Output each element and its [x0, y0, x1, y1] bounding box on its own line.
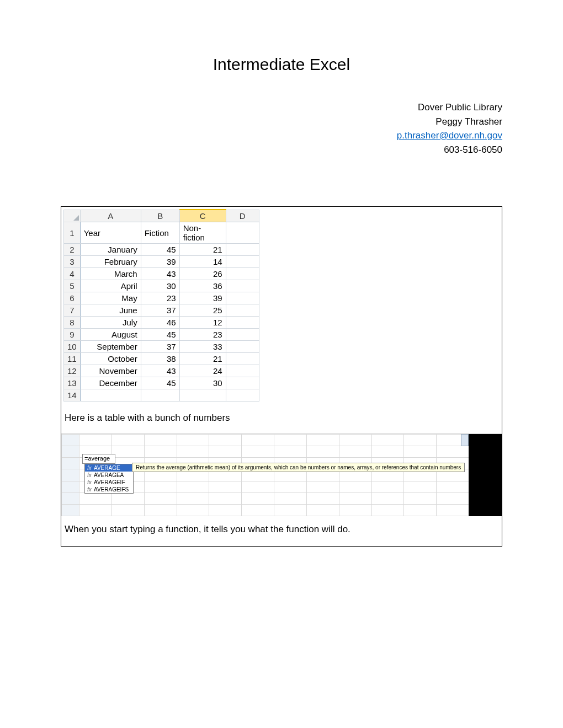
row-header[interactable]: 6	[64, 292, 81, 304]
formula-input[interactable]: =average	[82, 454, 115, 464]
cell[interactable]: March	[80, 268, 141, 280]
scrollbar-thumb[interactable]	[461, 434, 469, 446]
row-header[interactable]: 5	[64, 280, 81, 292]
cell[interactable]: 25	[179, 304, 226, 317]
cell[interactable]: 30	[141, 280, 179, 292]
cell[interactable]: November	[80, 365, 141, 377]
fx-icon: fx	[87, 472, 92, 478]
black-strip	[469, 434, 502, 516]
cell[interactable]	[226, 256, 259, 268]
cell[interactable]: 33	[179, 341, 226, 353]
cell[interactable]	[226, 389, 259, 402]
cell[interactable]	[226, 353, 259, 365]
cell[interactable]	[226, 222, 259, 244]
column-header-B[interactable]: B	[141, 210, 179, 222]
header-info: Dover Public Library Peggy Thrasher p.th…	[61, 100, 502, 157]
email-link[interactable]: p.thrasher@dover.nh.gov	[397, 130, 502, 141]
cell[interactable]: 45	[141, 244, 179, 256]
org-name: Dover Public Library	[61, 100, 502, 115]
cell[interactable]: Year	[80, 222, 141, 244]
cell[interactable]: 23	[179, 329, 226, 341]
formula-figure: =average fx AVERAGEfx AVERAGEAfx AVERAGE…	[61, 433, 502, 516]
cell[interactable]: Fiction	[141, 222, 179, 244]
content-box: A B C D 1YearFictionNon-fiction2January4…	[61, 206, 502, 547]
cell[interactable]: 37	[141, 304, 179, 317]
cell[interactable]: 14	[179, 256, 226, 268]
cell[interactable]	[226, 292, 259, 304]
fx-icon: fx	[87, 465, 92, 471]
cell[interactable]	[226, 365, 259, 377]
cell[interactable]: October	[80, 353, 141, 365]
cell[interactable]: May	[80, 292, 141, 304]
cell[interactable]: 21	[179, 353, 226, 365]
autocomplete-item[interactable]: fx AVERAGEA	[85, 472, 133, 479]
cell[interactable]	[179, 389, 226, 402]
row-header[interactable]: 2	[64, 244, 81, 256]
page-title: Intermediate Excel	[61, 55, 502, 74]
column-header-A[interactable]: A	[80, 210, 141, 222]
cell[interactable]: August	[80, 329, 141, 341]
cell[interactable]: September	[80, 341, 141, 353]
cell[interactable]: 39	[179, 292, 226, 304]
fx-icon: fx	[87, 479, 92, 485]
cell[interactable]: 26	[179, 268, 226, 280]
fx-icon: fx	[87, 486, 92, 493]
author-name: Peggy Thrasher	[61, 115, 502, 129]
autocomplete-item[interactable]: fx AVERAGE	[85, 464, 133, 472]
cell[interactable]: 45	[141, 377, 179, 389]
cell[interactable]	[226, 317, 259, 329]
cell[interactable]: 12	[179, 317, 226, 329]
column-header-C[interactable]: C	[179, 210, 226, 222]
function-tooltip: Returns the average (arithmetic mean) of…	[132, 463, 465, 472]
cell[interactable]: June	[80, 304, 141, 317]
cell[interactable]: Non-fiction	[179, 222, 226, 244]
cell[interactable]: 23	[141, 292, 179, 304]
cell[interactable]: 43	[141, 268, 179, 280]
cell[interactable]: 45	[141, 329, 179, 341]
cell[interactable]	[226, 268, 259, 280]
cell[interactable]	[226, 377, 259, 389]
row-header[interactable]: 10	[64, 341, 81, 353]
column-header-D[interactable]: D	[226, 210, 259, 222]
row-header[interactable]: 12	[64, 365, 81, 377]
cell[interactable]: 37	[141, 341, 179, 353]
excel-grid: A B C D 1YearFictionNon-fiction2January4…	[63, 209, 259, 402]
cell[interactable]: January	[80, 244, 141, 256]
cell[interactable]	[226, 341, 259, 353]
cell[interactable]: 30	[179, 377, 226, 389]
autocomplete-list[interactable]: fx AVERAGEfx AVERAGEAfx AVERAGEIFfx AVER…	[84, 464, 134, 494]
cell[interactable]	[141, 389, 179, 402]
row-header[interactable]: 1	[64, 222, 81, 244]
row-header[interactable]: 7	[64, 304, 81, 317]
row-header[interactable]: 14	[64, 389, 81, 402]
cell[interactable]: 36	[179, 280, 226, 292]
autocomplete-item[interactable]: fx AVERAGEIFS	[85, 486, 133, 493]
row-header[interactable]: 13	[64, 377, 81, 389]
caption-table: Here is a table with a bunch of numbers	[61, 406, 502, 433]
caption-formula: When you start typing a function, it tel…	[61, 516, 502, 546]
cell[interactable]	[226, 329, 259, 341]
cell[interactable]: 43	[141, 365, 179, 377]
phone-number: 603-516-6050	[61, 143, 502, 157]
cell[interactable]: 46	[141, 317, 179, 329]
row-header[interactable]: 11	[64, 353, 81, 365]
cell[interactable]: 39	[141, 256, 179, 268]
cell[interactable]	[80, 389, 141, 402]
select-all-corner[interactable]	[64, 210, 81, 222]
row-header[interactable]: 3	[64, 256, 81, 268]
svg-marker-0	[73, 215, 79, 221]
row-header[interactable]: 4	[64, 268, 81, 280]
cell[interactable]: 24	[179, 365, 226, 377]
row-header[interactable]: 8	[64, 317, 81, 329]
cell[interactable]: 21	[179, 244, 226, 256]
cell[interactable]: July	[80, 317, 141, 329]
cell[interactable]: December	[80, 377, 141, 389]
cell[interactable]: February	[80, 256, 141, 268]
cell[interactable]: 38	[141, 353, 179, 365]
autocomplete-item[interactable]: fx AVERAGEIF	[85, 479, 133, 486]
cell[interactable]	[226, 244, 259, 256]
cell[interactable]	[226, 280, 259, 292]
cell[interactable]	[226, 304, 259, 317]
row-header[interactable]: 9	[64, 329, 81, 341]
cell[interactable]: April	[80, 280, 141, 292]
